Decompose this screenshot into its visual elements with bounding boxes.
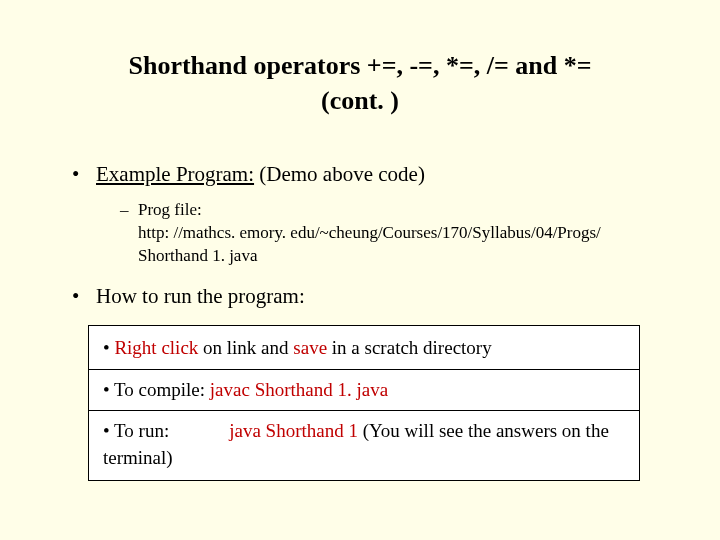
prog-file-url: http: //mathcs. emory. edu/~cheung/Cours… xyxy=(138,223,601,265)
box-row-run: • To run:java Shorthand 1 (You will see … xyxy=(89,410,639,478)
prog-file-item: Prog file: http: //mathcs. emory. edu/~c… xyxy=(120,199,662,268)
slide-title: Shorthand operators +=, -=, *=, /= and *… xyxy=(58,48,662,118)
bullet-example-program: Example Program: (Demo above code) Prog … xyxy=(66,162,662,268)
row2-cmd: javac Shorthand 1. java xyxy=(210,379,388,400)
bullet-list: Example Program: (Demo above code) Prog … xyxy=(58,162,662,309)
instruction-box: • Right click on link and save in a scra… xyxy=(88,325,640,481)
prog-file-label: Prog file: xyxy=(138,200,202,219)
sub-bullet-list: Prog file: http: //mathcs. emory. edu/~c… xyxy=(96,199,662,268)
row1-save: save xyxy=(293,337,327,358)
box-row-compile: • To compile: javac Shorthand 1. java xyxy=(89,369,639,411)
row3-pre: • To run: xyxy=(103,420,169,441)
title-line-2: (cont. ) xyxy=(321,86,399,115)
row1-pre: • xyxy=(103,337,114,358)
how-to-run-label: How to run the program: xyxy=(96,284,305,308)
row1-mid: on link and xyxy=(198,337,293,358)
box-row-right-click: • Right click on link and save in a scra… xyxy=(89,328,639,369)
title-line-1: Shorthand operators +=, -=, *=, /= and *… xyxy=(128,51,591,80)
row1-post: in a scratch directory xyxy=(327,337,492,358)
bullet-how-to-run: How to run the program: xyxy=(66,284,662,309)
row3-cmd: java Shorthand 1 xyxy=(229,420,358,441)
example-program-rest: (Demo above code) xyxy=(254,162,425,186)
example-program-label: Example Program: xyxy=(96,162,254,186)
row2-pre: • To compile: xyxy=(103,379,210,400)
row1-right-click: Right click xyxy=(114,337,198,358)
